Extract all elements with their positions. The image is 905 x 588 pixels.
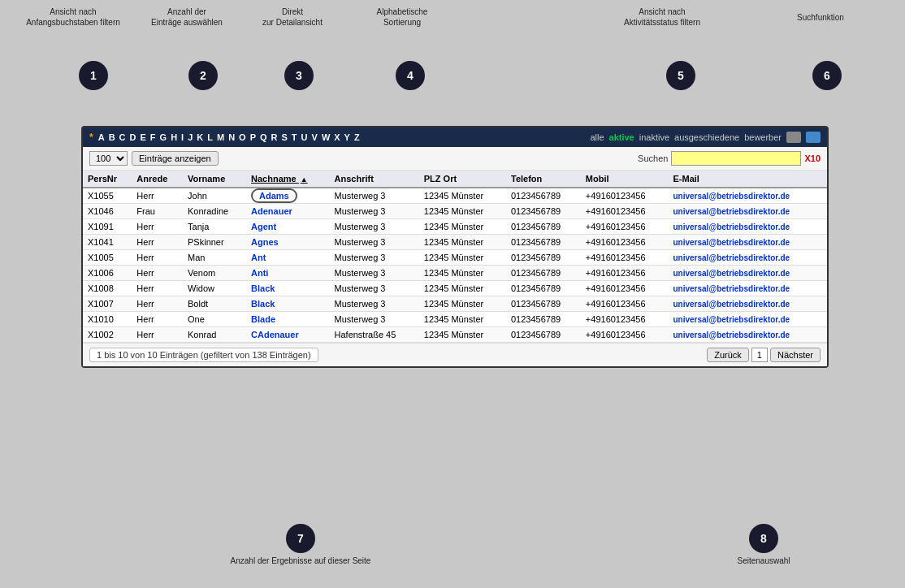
cell-plzort: 12345 Münster	[419, 219, 506, 235]
col-nachname[interactable]: Nachname ▲	[246, 171, 329, 188]
controls-row: 10 25 50 100 Einträge anzeigen Suchen X1…	[83, 147, 827, 171]
name-link[interactable]: Adenauer	[251, 206, 292, 216]
name-link[interactable]: Ant	[251, 253, 266, 262]
col-persnr[interactable]: PersNr	[83, 171, 132, 188]
alpha-D[interactable]: D	[128, 132, 138, 143]
cell-telefon: 0123456789	[506, 266, 581, 281]
table-row[interactable]: X1008 Herr Widow Black Musterweg 3 12345…	[83, 281, 827, 296]
alpha-O[interactable]: O	[237, 132, 248, 143]
cell-anschrift: Hafenstraße 45	[330, 327, 419, 343]
col-plzort[interactable]: PLZ Ort	[419, 171, 506, 188]
col-mobil[interactable]: Mobil	[581, 171, 669, 188]
table-row[interactable]: X1006 Herr Venom Anti Musterweg 3 12345 …	[83, 266, 827, 281]
tooltip-3-circle[interactable]: 3	[284, 61, 314, 90]
alpha-Y[interactable]: Y	[343, 132, 352, 143]
alpha-B[interactable]: B	[107, 132, 117, 143]
alpha-K[interactable]: K	[195, 132, 205, 143]
name-link[interactable]: Black	[251, 283, 275, 293]
tooltip-5-circle[interactable]: 5	[666, 61, 695, 90]
col-telefon[interactable]: Telefon	[506, 171, 581, 188]
tooltip-2-circle[interactable]: 2	[188, 61, 218, 90]
cell-telefon: 0123456789	[506, 296, 581, 312]
cell-plzort: 12345 Münster	[419, 327, 506, 343]
tooltip-6-circle[interactable]: 6	[812, 61, 842, 90]
alpha-C[interactable]: C	[118, 132, 128, 143]
alpha-M[interactable]: M	[215, 132, 226, 143]
alpha-Z[interactable]: Z	[353, 132, 362, 143]
tooltip-4-circle[interactable]: 4	[396, 61, 425, 90]
col-anschrift[interactable]: Anschrift	[330, 171, 419, 188]
filter-ausgeschiedene[interactable]: ausgeschiedene	[674, 132, 739, 142]
filter-alle[interactable]: alle	[590, 132, 604, 142]
table-row[interactable]: X1010 Herr One Blade Musterweg 3 12345 M…	[83, 312, 827, 327]
cell-anrede: Herr	[132, 235, 183, 250]
back-button[interactable]: Zurück	[707, 348, 749, 362]
col-anrede[interactable]: Anrede	[132, 171, 183, 188]
table-row[interactable]: X1055 Herr John Adams Musterweg 3 12345 …	[83, 188, 827, 204]
search-clear-button[interactable]: X10	[804, 153, 821, 163]
cell-anrede: Herr	[132, 281, 183, 296]
alpha-X[interactable]: X	[332, 132, 341, 143]
name-link[interactable]: Anti	[251, 268, 268, 278]
email-link[interactable]: universal@betriebsdirektor.de	[673, 284, 790, 293]
table-row[interactable]: X1091 Herr Tanja Agent Musterweg 3 12345…	[83, 219, 827, 235]
alpha-T[interactable]: T	[290, 132, 299, 143]
email-link[interactable]: universal@betriebsdirektor.de	[673, 315, 790, 324]
alpha-A[interactable]: A	[97, 132, 106, 143]
email-link[interactable]: universal@betriebsdirektor.de	[673, 269, 790, 278]
alpha-G[interactable]: G	[158, 132, 169, 143]
email-link[interactable]: universal@betriebsdirektor.de	[673, 253, 790, 262]
filter-bewerber[interactable]: bewerber	[744, 132, 782, 142]
alpha-S[interactable]: S	[280, 132, 289, 143]
col-vorname[interactable]: Vorname	[183, 171, 246, 188]
grid-view-icon[interactable]	[806, 132, 821, 143]
table-row[interactable]: X1041 Herr PSkinner Agnes Musterweg 3 12…	[83, 235, 827, 250]
alpha-star[interactable]: *	[89, 132, 93, 143]
filter-inaktive[interactable]: inaktive	[639, 132, 669, 142]
alpha-L[interactable]: L	[206, 132, 214, 143]
alpha-N[interactable]: N	[227, 132, 236, 143]
cell-anrede: Herr	[132, 219, 183, 235]
alpha-Q[interactable]: Q	[258, 132, 269, 143]
name-link[interactable]: Agent	[251, 222, 276, 231]
filter-aktive[interactable]: aktive	[609, 132, 634, 142]
tooltip-1-circle[interactable]: 1	[79, 61, 108, 90]
email-link[interactable]: universal@betriebsdirektor.de	[673, 300, 790, 309]
email-link[interactable]: universal@betriebsdirektor.de	[673, 223, 790, 231]
page-number[interactable]: 1	[751, 348, 768, 362]
cell-vorname: PSkinner	[183, 235, 246, 250]
entries-show-button[interactable]: Einträge anzeigen	[132, 151, 219, 166]
alpha-U[interactable]: U	[300, 132, 310, 143]
name-link[interactable]: Black	[251, 299, 275, 309]
cell-telefon: 0123456789	[506, 250, 581, 266]
name-link-selected[interactable]: Adams	[251, 188, 297, 203]
cell-anrede: Herr	[132, 250, 183, 266]
col-email[interactable]: E-Mail	[668, 171, 827, 188]
alpha-P[interactable]: P	[249, 132, 258, 143]
entries-select[interactable]: 10 25 50 100	[89, 151, 128, 166]
name-link[interactable]: Agnes	[251, 237, 279, 247]
table-row[interactable]: X1005 Herr Man Ant Musterweg 3 12345 Mün…	[83, 250, 827, 266]
email-link[interactable]: universal@betriebsdirektor.de	[673, 192, 790, 201]
email-link[interactable]: universal@betriebsdirektor.de	[673, 331, 790, 339]
alpha-E[interactable]: E	[138, 132, 147, 143]
list-view-icon[interactable]	[786, 132, 801, 143]
cell-anrede: Herr	[132, 296, 183, 312]
name-link[interactable]: CAdenauer	[251, 330, 299, 339]
alpha-W[interactable]: W	[320, 132, 331, 143]
email-link[interactable]: universal@betriebsdirektor.de	[673, 207, 790, 216]
alpha-V[interactable]: V	[310, 132, 319, 143]
alpha-J[interactable]: J	[186, 132, 194, 143]
name-link[interactable]: Blade	[251, 314, 275, 324]
next-button[interactable]: Nächster	[770, 348, 821, 362]
search-input[interactable]	[671, 151, 801, 166]
email-link[interactable]: universal@betriebsdirektor.de	[673, 238, 790, 247]
alpha-H[interactable]: H	[169, 132, 179, 143]
alpha-R[interactable]: R	[270, 132, 279, 143]
table-row[interactable]: X1046 Frau Konradine Adenauer Musterweg …	[83, 204, 827, 219]
cell-telefon: 0123456789	[506, 235, 581, 250]
alpha-F[interactable]: F	[149, 132, 158, 143]
alpha-I[interactable]: I	[180, 132, 185, 143]
table-row[interactable]: X1007 Herr Boldt Black Musterweg 3 12345…	[83, 296, 827, 312]
table-row[interactable]: X1002 Herr Konrad CAdenauer Hafenstraße …	[83, 327, 827, 343]
